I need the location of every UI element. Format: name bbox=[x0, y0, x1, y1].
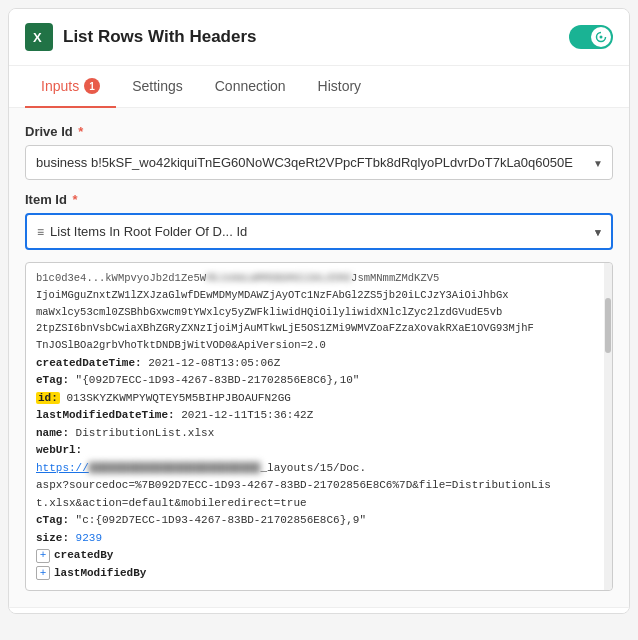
item-id-field[interactable]: ≡ List Items In Root Folder Of D... Id bbox=[25, 213, 613, 250]
bottom-bar bbox=[9, 607, 629, 613]
item-id-required: * bbox=[69, 192, 78, 207]
item-id-label: Item Id * bbox=[25, 192, 613, 207]
header-left: X List Rows With Headers bbox=[25, 23, 257, 51]
toggle-container bbox=[569, 25, 613, 49]
drive-id-select-wrapper: business b!5kSF_wo42kiquiTnEG60NoWC3qeRt… bbox=[25, 145, 613, 180]
scrollbar-thumb[interactable] bbox=[605, 298, 611, 353]
output-line-0: b1c0d3e4...kWMpvyoJb2d1Ze5WMkJoHmLWMMDBG… bbox=[36, 271, 596, 287]
output-line-3: 2tpZSI6bnVsbCwiaXBhZGRyZXNzIjoiMjAuMTkwL… bbox=[36, 321, 596, 337]
output-created-datetime: createdDateTime: 2021-12-08T13:05:06Z bbox=[36, 355, 596, 372]
app-container: X List Rows With Headers Inputs 1 Settin bbox=[8, 8, 630, 614]
item-id-group: Item Id * ≡ List Items In Root Folder Of… bbox=[25, 192, 613, 250]
output-ctag: cTag: "c:{092D7ECC-1D93-4267-83BD-217028… bbox=[36, 512, 596, 529]
expand-last-modified-by[interactable]: + bbox=[36, 566, 50, 580]
toggle-knob bbox=[591, 27, 611, 47]
output-last-modified: lastModifiedDateTime: 2021-12-11T15:36:4… bbox=[36, 407, 596, 424]
content-area: Drive Id * business b!5kSF_wo42kiquiTnEG… bbox=[9, 108, 629, 607]
id-highlight: id: bbox=[36, 392, 60, 404]
svg-point-2 bbox=[600, 36, 603, 39]
output-size: size: 9239 bbox=[36, 530, 596, 547]
drive-id-label: Drive Id * bbox=[25, 124, 613, 139]
drive-id-group: Drive Id * business b!5kSF_wo42kiquiTnEG… bbox=[25, 124, 613, 180]
expand-created-by[interactable]: + bbox=[36, 549, 50, 563]
item-id-wrapper: ≡ List Items In Root Folder Of D... Id ▼ bbox=[25, 213, 613, 250]
tab-history[interactable]: History bbox=[302, 66, 378, 108]
output-created-by: + createdBy bbox=[36, 547, 596, 564]
app-title: List Rows With Headers bbox=[63, 27, 257, 47]
output-weburl-end: t.xlsx&action=default&mobileredirect=tru… bbox=[36, 495, 596, 512]
item-id-value: List Items In Root Folder Of D... Id bbox=[50, 224, 247, 239]
hamburger-icon: ≡ bbox=[37, 225, 44, 239]
excel-icon: X bbox=[25, 23, 53, 51]
item-id-chevron: ▼ bbox=[593, 226, 603, 237]
inputs-badge: 1 bbox=[84, 78, 100, 94]
output-last-modified-by: + lastModifiedBy bbox=[36, 565, 596, 582]
output-line-2: maWxlcy53cml0ZSBhbGxwcm9tYWxlcy5yZWFkliw… bbox=[36, 305, 596, 321]
tab-settings[interactable]: Settings bbox=[116, 66, 199, 108]
output-etag: eTag: "{092D7ECC-1D93-4267-83BD-21702856… bbox=[36, 372, 596, 389]
data-output: b1c0d3e4...kWMpvyoJb2d1Ze5WMkJoHmLWMMDBG… bbox=[25, 262, 613, 591]
output-id: id: 013SKYZKWMPYWQTEY5M5BIHPJBOAUFN2GG bbox=[36, 390, 596, 407]
output-line-1: IjoiMGguZnxtZW1lZXJzaGlwfDEwMDMyMDAWZjAy… bbox=[36, 288, 596, 304]
header: X List Rows With Headers bbox=[9, 9, 629, 66]
output-weburl-cont: aspx?sourcedoc=%7B092D7ECC-1D93-4267-83B… bbox=[36, 477, 596, 494]
tab-inputs[interactable]: Inputs 1 bbox=[25, 66, 116, 108]
drive-id-required: * bbox=[75, 124, 84, 139]
scrollbar-track[interactable] bbox=[604, 263, 612, 590]
tabs-bar: Inputs 1 Settings Connection History bbox=[9, 66, 629, 108]
output-name: name: DistributionList.xlsx bbox=[36, 425, 596, 442]
svg-text:X: X bbox=[33, 30, 42, 45]
drive-id-select[interactable]: business b!5kSF_wo42kiquiTnEG60NoWC3qeRt… bbox=[25, 145, 613, 180]
output-weburl-value: https://██████████████████████████_layou… bbox=[36, 460, 596, 477]
output-weburl-label: webUrl: bbox=[36, 442, 596, 459]
output-line-4: TnJOSlBOa2grbVhoTktDNDBjWitVOD0&ApiVersi… bbox=[36, 338, 596, 354]
active-toggle[interactable] bbox=[569, 25, 613, 49]
tab-connection[interactable]: Connection bbox=[199, 66, 302, 108]
